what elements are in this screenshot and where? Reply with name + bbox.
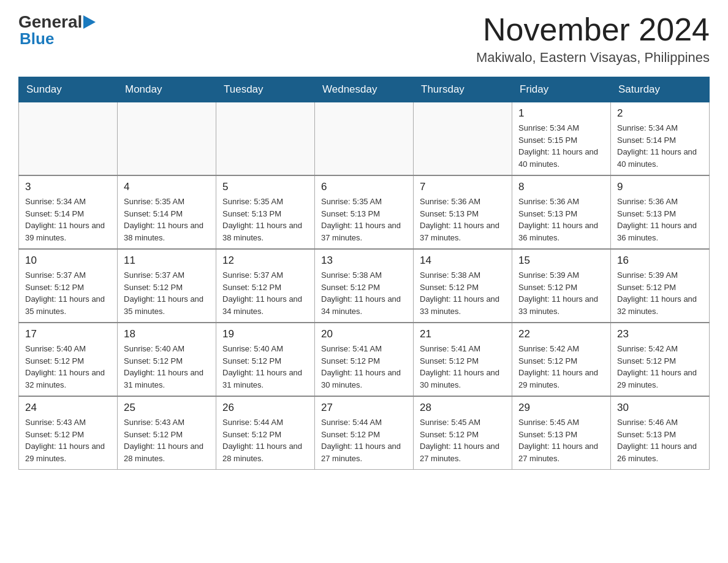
day-number: 30 <box>617 402 703 414</box>
day-number: 7 <box>420 181 506 193</box>
location: Makiwalo, Eastern Visayas, Philippines <box>476 50 710 66</box>
day-info: Sunrise: 5:38 AM Sunset: 5:12 PM Dayligh… <box>321 269 407 317</box>
day-number: 4 <box>124 181 210 193</box>
day-number: 11 <box>124 255 210 267</box>
day-info: Sunrise: 5:45 AM Sunset: 5:12 PM Dayligh… <box>420 416 506 464</box>
calendar-cell: 5Sunrise: 5:35 AM Sunset: 5:13 PM Daylig… <box>216 175 315 249</box>
day-info: Sunrise: 5:35 AM Sunset: 5:13 PM Dayligh… <box>321 196 407 243</box>
day-info: Sunrise: 5:43 AM Sunset: 5:12 PM Dayligh… <box>25 416 111 464</box>
day-header-monday: Monday <box>118 77 216 102</box>
calendar-cell: 13Sunrise: 5:38 AM Sunset: 5:12 PM Dayli… <box>315 249 414 323</box>
calendar-cell: 4Sunrise: 5:35 AM Sunset: 5:14 PM Daylig… <box>118 175 216 249</box>
day-info: Sunrise: 5:36 AM Sunset: 5:13 PM Dayligh… <box>420 196 506 243</box>
calendar-cell: 8Sunrise: 5:36 AM Sunset: 5:13 PM Daylig… <box>512 175 611 249</box>
calendar-cell <box>414 102 512 176</box>
day-number: 23 <box>617 328 703 340</box>
calendar-cell: 18Sunrise: 5:40 AM Sunset: 5:12 PM Dayli… <box>118 323 216 396</box>
day-info: Sunrise: 5:41 AM Sunset: 5:12 PM Dayligh… <box>420 343 506 391</box>
day-info: Sunrise: 5:37 AM Sunset: 5:12 PM Dayligh… <box>222 269 308 317</box>
day-number: 16 <box>617 255 703 267</box>
day-header-wednesday: Wednesday <box>315 77 414 102</box>
day-number: 5 <box>222 181 308 193</box>
day-number: 19 <box>222 328 308 340</box>
day-info: Sunrise: 5:41 AM Sunset: 5:12 PM Dayligh… <box>321 343 407 391</box>
day-number: 8 <box>518 181 604 193</box>
calendar-week-row: 3Sunrise: 5:34 AM Sunset: 5:14 PM Daylig… <box>19 175 710 249</box>
day-number: 14 <box>420 255 506 267</box>
calendar-cell: 15Sunrise: 5:39 AM Sunset: 5:12 PM Dayli… <box>512 249 611 323</box>
calendar-cell: 17Sunrise: 5:40 AM Sunset: 5:12 PM Dayli… <box>19 323 118 396</box>
logo-blue: Blue <box>18 29 54 48</box>
calendar-cell: 11Sunrise: 5:37 AM Sunset: 5:12 PM Dayli… <box>118 249 216 323</box>
svg-marker-0 <box>83 15 96 29</box>
day-number: 25 <box>124 402 210 414</box>
day-number: 12 <box>222 255 308 267</box>
day-info: Sunrise: 5:46 AM Sunset: 5:13 PM Dayligh… <box>617 416 703 464</box>
day-number: 17 <box>25 328 111 340</box>
day-info: Sunrise: 5:45 AM Sunset: 5:13 PM Dayligh… <box>518 416 604 464</box>
calendar-week-row: 10Sunrise: 5:37 AM Sunset: 5:12 PM Dayli… <box>19 249 710 323</box>
day-number: 9 <box>617 181 703 193</box>
calendar-cell: 21Sunrise: 5:41 AM Sunset: 5:12 PM Dayli… <box>414 323 512 396</box>
calendar-cell <box>315 102 414 176</box>
day-number: 18 <box>124 328 210 340</box>
day-number: 21 <box>420 328 506 340</box>
calendar-cell: 1Sunrise: 5:34 AM Sunset: 5:15 PM Daylig… <box>512 102 611 176</box>
calendar-cell: 14Sunrise: 5:38 AM Sunset: 5:12 PM Dayli… <box>414 249 512 323</box>
day-info: Sunrise: 5:37 AM Sunset: 5:12 PM Dayligh… <box>124 269 210 317</box>
calendar-cell <box>216 102 315 176</box>
title-section: November 2024 Makiwalo, Eastern Visayas,… <box>476 12 710 66</box>
day-info: Sunrise: 5:36 AM Sunset: 5:13 PM Dayligh… <box>617 196 703 243</box>
day-info: Sunrise: 5:40 AM Sunset: 5:12 PM Dayligh… <box>124 343 210 391</box>
day-info: Sunrise: 5:38 AM Sunset: 5:12 PM Dayligh… <box>420 269 506 317</box>
calendar-cell: 24Sunrise: 5:43 AM Sunset: 5:12 PM Dayli… <box>19 396 118 470</box>
day-number: 22 <box>518 328 604 340</box>
day-info: Sunrise: 5:35 AM Sunset: 5:14 PM Dayligh… <box>124 196 210 243</box>
day-info: Sunrise: 5:44 AM Sunset: 5:12 PM Dayligh… <box>321 416 407 464</box>
day-info: Sunrise: 5:37 AM Sunset: 5:12 PM Dayligh… <box>25 269 111 317</box>
calendar-header-row: SundayMondayTuesdayWednesdayThursdayFrid… <box>19 77 710 102</box>
day-info: Sunrise: 5:34 AM Sunset: 5:15 PM Dayligh… <box>518 122 604 170</box>
day-info: Sunrise: 5:42 AM Sunset: 5:12 PM Dayligh… <box>518 343 604 391</box>
calendar-cell: 23Sunrise: 5:42 AM Sunset: 5:12 PM Dayli… <box>611 323 710 396</box>
day-number: 20 <box>321 328 407 340</box>
day-header-thursday: Thursday <box>414 77 512 102</box>
day-number: 6 <box>321 181 407 193</box>
calendar-cell: 29Sunrise: 5:45 AM Sunset: 5:13 PM Dayli… <box>512 396 611 470</box>
calendar-cell: 6Sunrise: 5:35 AM Sunset: 5:13 PM Daylig… <box>315 175 414 249</box>
calendar-table: SundayMondayTuesdayWednesdayThursdayFrid… <box>18 77 710 470</box>
calendar-cell: 16Sunrise: 5:39 AM Sunset: 5:12 PM Dayli… <box>611 249 710 323</box>
calendar-cell: 7Sunrise: 5:36 AM Sunset: 5:13 PM Daylig… <box>414 175 512 249</box>
calendar-cell: 27Sunrise: 5:44 AM Sunset: 5:12 PM Dayli… <box>315 396 414 470</box>
calendar-cell: 26Sunrise: 5:44 AM Sunset: 5:12 PM Dayli… <box>216 396 315 470</box>
logo-arrow-icon <box>83 15 99 29</box>
logo: General Blue <box>18 12 99 48</box>
day-info: Sunrise: 5:35 AM Sunset: 5:13 PM Dayligh… <box>222 196 308 243</box>
calendar-cell: 10Sunrise: 5:37 AM Sunset: 5:12 PM Dayli… <box>19 249 118 323</box>
day-header-friday: Friday <box>512 77 611 102</box>
calendar-cell: 12Sunrise: 5:37 AM Sunset: 5:12 PM Dayli… <box>216 249 315 323</box>
calendar-week-row: 1Sunrise: 5:34 AM Sunset: 5:15 PM Daylig… <box>19 102 710 176</box>
day-info: Sunrise: 5:42 AM Sunset: 5:12 PM Dayligh… <box>617 343 703 391</box>
calendar-cell <box>19 102 118 176</box>
calendar-cell: 30Sunrise: 5:46 AM Sunset: 5:13 PM Dayli… <box>611 396 710 470</box>
day-number: 24 <box>25 402 111 414</box>
calendar-cell: 19Sunrise: 5:40 AM Sunset: 5:12 PM Dayli… <box>216 323 315 396</box>
day-header-tuesday: Tuesday <box>216 77 315 102</box>
day-number: 26 <box>222 402 308 414</box>
day-number: 15 <box>518 255 604 267</box>
day-number: 1 <box>518 107 604 120</box>
calendar-cell <box>118 102 216 176</box>
day-info: Sunrise: 5:34 AM Sunset: 5:14 PM Dayligh… <box>617 122 703 170</box>
calendar-week-row: 17Sunrise: 5:40 AM Sunset: 5:12 PM Dayli… <box>19 323 710 396</box>
calendar-cell: 3Sunrise: 5:34 AM Sunset: 5:14 PM Daylig… <box>19 175 118 249</box>
day-info: Sunrise: 5:44 AM Sunset: 5:12 PM Dayligh… <box>222 416 308 464</box>
day-number: 28 <box>420 402 506 414</box>
calendar-cell: 20Sunrise: 5:41 AM Sunset: 5:12 PM Dayli… <box>315 323 414 396</box>
day-number: 13 <box>321 255 407 267</box>
calendar-cell: 28Sunrise: 5:45 AM Sunset: 5:12 PM Dayli… <box>414 396 512 470</box>
day-number: 2 <box>617 107 703 120</box>
day-header-saturday: Saturday <box>611 77 710 102</box>
day-info: Sunrise: 5:34 AM Sunset: 5:14 PM Dayligh… <box>25 196 111 243</box>
day-header-sunday: Sunday <box>19 77 118 102</box>
